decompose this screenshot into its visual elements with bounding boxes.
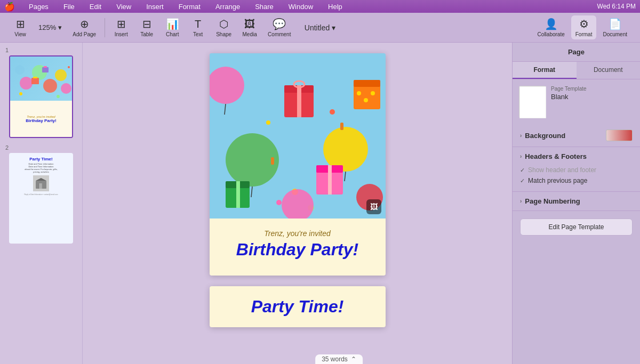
headers-footers-section: › Headers & Footers ✓ Show header and fo… bbox=[513, 147, 640, 192]
menu-format[interactable]: Format bbox=[175, 2, 204, 12]
insert-button[interactable]: ⊞ Insert bbox=[109, 15, 133, 39]
thumb-container-1: Trenz, you're invited Birthday Party! bbox=[9, 55, 73, 138]
svg-point-4 bbox=[15, 65, 25, 75]
chart-label: Chart bbox=[166, 31, 179, 37]
svg-point-36 bbox=[364, 98, 368, 102]
svg-point-42 bbox=[330, 109, 335, 115]
template-thumbnail bbox=[519, 86, 546, 118]
menu-help[interactable]: Help bbox=[325, 2, 346, 12]
text-button[interactable]: T Text bbox=[186, 16, 210, 39]
svg-rect-47 bbox=[519, 86, 546, 118]
tab-document[interactable]: Document bbox=[577, 62, 641, 79]
zoom-arrow: ▾ bbox=[58, 23, 62, 31]
background-color-preview[interactable] bbox=[606, 130, 633, 141]
svg-point-41 bbox=[266, 120, 270, 125]
match-previous-row[interactable]: ✓ Match previous page bbox=[520, 175, 633, 186]
menu-edit[interactable]: Edit bbox=[86, 2, 105, 12]
svg-rect-46 bbox=[340, 123, 343, 130]
menu-arrange[interactable]: Arrange bbox=[212, 2, 243, 12]
media-button[interactable]: 🖼 Media bbox=[238, 16, 261, 39]
page-numbering-title[interactable]: › Page Numbering bbox=[520, 197, 633, 205]
svg-rect-33 bbox=[354, 85, 380, 109]
svg-point-25 bbox=[323, 127, 368, 172]
party-time-title: Party Time! bbox=[220, 297, 375, 317]
thumb-bottom-1: Trenz, you're invited Birthday Party! bbox=[10, 101, 72, 137]
page-numbering-section: › Page Numbering bbox=[513, 192, 640, 211]
comment-button[interactable]: 💬 Comment bbox=[263, 15, 295, 39]
svg-point-39 bbox=[276, 200, 282, 205]
insert-icon: ⊞ bbox=[117, 18, 126, 30]
thumb-img-1 bbox=[10, 56, 72, 101]
image-edit-button[interactable]: 🖼 bbox=[366, 199, 381, 214]
page-1-card: 🖼 Trenz, you're invited Birthday Party! bbox=[210, 53, 386, 276]
menu-window[interactable]: Window bbox=[285, 2, 316, 12]
thumb2-footer: Reply to Date Information • contact@emai… bbox=[13, 193, 69, 196]
menubar: 🍎 Pages File Edit View Insert Format Arr… bbox=[0, 0, 640, 13]
menu-view[interactable]: View bbox=[113, 2, 134, 12]
svg-point-2 bbox=[43, 79, 57, 93]
svg-point-35 bbox=[357, 91, 361, 95]
headers-footers-content: ✓ Show header and footer ✓ Match previou… bbox=[520, 165, 633, 186]
menu-share[interactable]: Share bbox=[252, 2, 277, 12]
comment-label: Comment bbox=[268, 31, 291, 37]
thumb2-title: Party Time! bbox=[13, 157, 69, 161]
add-page-button[interactable]: ⊕ Add Page bbox=[68, 15, 100, 39]
page-num-2: 2 bbox=[4, 144, 78, 151]
menubar-right: Wed 6:14 PM bbox=[597, 3, 636, 10]
template-info: Page Template Blank bbox=[551, 86, 634, 101]
match-previous-check: ✓ bbox=[520, 177, 525, 184]
shape-icon: ⬡ bbox=[219, 18, 228, 30]
view-button[interactable]: ⊞ View bbox=[9, 15, 32, 39]
collaborate-button[interactable]: 👤 Collaborate bbox=[533, 15, 569, 39]
right-panel: Page Format Document Page Template Blank bbox=[512, 43, 640, 364]
document-button[interactable]: 📄 Document bbox=[598, 15, 631, 39]
page-thumb-1[interactable]: 1 bbox=[4, 47, 78, 138]
svg-point-0 bbox=[20, 77, 33, 90]
document-title: Untitled ▾ bbox=[305, 23, 335, 32]
menubar-time: Wed 6:14 PM bbox=[597, 3, 636, 10]
format-button[interactable]: ⚙ Format bbox=[571, 15, 597, 39]
word-count-bar: 35 words ⌃ bbox=[315, 354, 363, 364]
page-photo[interactable]: 🖼 bbox=[210, 53, 386, 219]
main-content: 1 bbox=[0, 43, 640, 364]
template-name: Blank bbox=[551, 93, 634, 101]
text-label: Text bbox=[193, 31, 203, 37]
edit-page-template-button[interactable]: Edit Page Template bbox=[520, 219, 633, 236]
apple-menu[interactable]: 🍎 bbox=[4, 2, 15, 12]
shape-button[interactable]: ⬡ Shape bbox=[212, 15, 236, 39]
comment-icon: 💬 bbox=[273, 18, 286, 30]
background-section-title[interactable]: › Background bbox=[520, 130, 633, 141]
document-label: Document bbox=[603, 31, 627, 37]
invited-text: Trenz, you're invited bbox=[222, 229, 373, 238]
page-2-preview: Party Time! bbox=[210, 286, 386, 327]
page-numbering-label: Page Numbering bbox=[525, 197, 580, 205]
template-label: Page Template bbox=[551, 86, 634, 92]
insert-label: Insert bbox=[115, 31, 128, 37]
document-icon: 📄 bbox=[609, 18, 622, 30]
chart-button[interactable]: 📊 Chart bbox=[161, 15, 184, 39]
title-arrow[interactable]: ▾ bbox=[332, 23, 335, 32]
background-label: Background bbox=[525, 132, 565, 140]
page-bottom: Trenz, you're invited Birthday Party! bbox=[210, 219, 386, 276]
tab-format[interactable]: Format bbox=[513, 62, 577, 79]
table-label: Table bbox=[140, 31, 153, 37]
template-section: Page Template Blank bbox=[513, 79, 640, 124]
page-thumb-2[interactable]: 2 Party Time! Date and Time informationD… bbox=[4, 144, 78, 244]
svg-rect-7 bbox=[33, 77, 37, 78]
svg-rect-23 bbox=[297, 85, 301, 117]
menu-file[interactable]: File bbox=[60, 2, 78, 12]
svg-rect-8 bbox=[42, 67, 49, 72]
zoom-control[interactable]: 125% ▾ bbox=[34, 21, 66, 34]
toolbar-sep-1 bbox=[105, 18, 105, 37]
word-count-chevron[interactable]: ⌃ bbox=[351, 355, 356, 363]
headers-footers-title[interactable]: › Headers & Footers bbox=[520, 152, 633, 160]
media-label: Media bbox=[242, 31, 257, 37]
add-page-label: Add Page bbox=[73, 31, 96, 37]
show-header-row: ✓ Show header and footer bbox=[520, 165, 633, 175]
thumb-container-2: Party Time! Date and Time informationDat… bbox=[9, 153, 73, 244]
add-page-icon: ⊕ bbox=[80, 18, 89, 30]
table-button[interactable]: ⊟ Table bbox=[135, 15, 158, 39]
menu-pages[interactable]: Pages bbox=[26, 2, 52, 12]
menu-insert[interactable]: Insert bbox=[143, 2, 167, 12]
page-num-1: 1 bbox=[4, 47, 78, 53]
